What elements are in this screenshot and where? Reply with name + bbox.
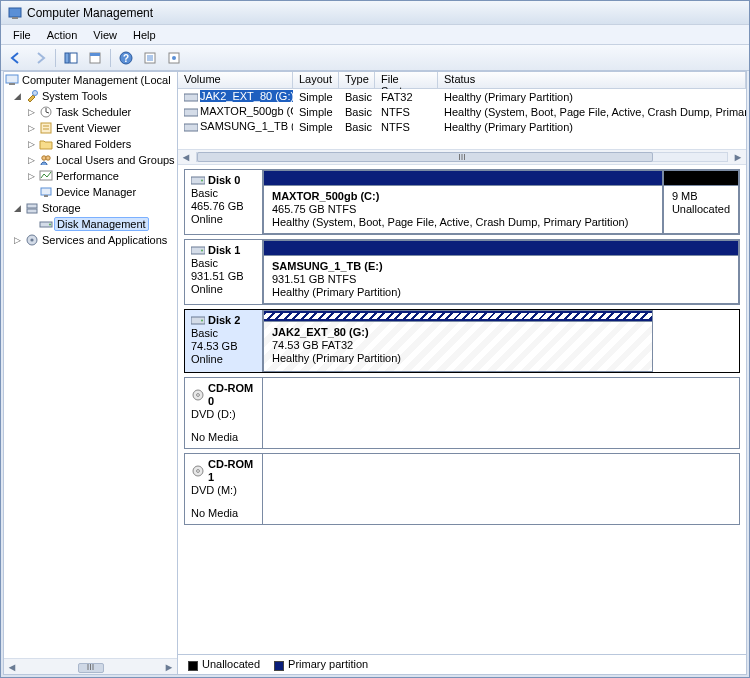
volume-row[interactable]: JAK2_EXT_80 (G:) Simple Basic FAT32 Heal… [178,89,746,104]
help-button[interactable]: ? [115,47,137,69]
tree-label: Disk Management [54,217,149,231]
forward-button[interactable] [29,47,51,69]
cdrom-empty [263,454,739,524]
svg-rect-5 [90,53,100,56]
volume-row[interactable]: MAXTOR_500gb (C:) Simple Basic NTFS Heal… [178,104,746,119]
disk-row[interactable]: Disk 0 Basic 465.76 GB Online MAXTOR_500… [184,169,740,235]
stripe-primary-selected [264,311,652,321]
scroll-track[interactable]: III [196,152,728,162]
tree-shared-folders[interactable]: ▷ Shared Folders [4,136,177,152]
cdrom-info: CD-ROM 1 DVD (M:) No Media [185,454,263,524]
collapse-icon[interactable]: ◢ [10,91,24,101]
performance-icon [38,168,54,184]
partition[interactable]: MAXTOR_500gb (C:) 465.75 GB NTFS Healthy… [263,170,663,234]
menu-view[interactable]: View [85,27,125,43]
disk-info: Disk 0 Basic 465.76 GB Online [185,170,263,234]
tree-label: Task Scheduler [56,106,131,118]
disk-row[interactable]: Disk 2 Basic 74.53 GB Online JAK2_EXT_80… [184,309,740,373]
disk-row[interactable]: Disk 1 Basic 931.51 GB Online SAMSUNG_1_… [184,239,740,305]
volume-status: Healthy (Primary Partition) [438,121,746,133]
partition[interactable]: SAMSUNG_1_TB (E:) 931.51 GB NTFS Healthy… [263,240,739,304]
svg-rect-3 [70,53,77,63]
menu-file[interactable]: File [5,27,39,43]
col-status[interactable]: Status [438,72,746,88]
show-hide-tree-button[interactable] [60,47,82,69]
toolbar-separator [55,49,56,67]
volume-status: Healthy (Primary Partition) [438,91,746,103]
tree-event-viewer[interactable]: ▷ Event Viewer [4,120,177,136]
partition-size: 465.75 GB NTFS [272,203,654,216]
disk-bus: Basic [191,187,258,200]
tree-disk-management[interactable]: Disk Management [4,216,177,232]
users-icon [38,152,54,168]
volume-row[interactable]: SAMSUNG_1_TB (E:) Simple Basic NTFS Heal… [178,119,746,134]
collapse-icon[interactable]: ◢ [10,203,24,213]
svg-text:?: ? [123,53,129,64]
partition-unallocated[interactable]: 9 MB Unallocated [663,170,739,234]
scroll-left-icon[interactable]: ◄ [178,151,194,163]
titlebar[interactable]: Computer Management [1,1,749,25]
expand-icon[interactable]: ▷ [24,123,38,133]
tree-services-apps[interactable]: ▷ Services and Applications [4,232,177,248]
tree-local-users[interactable]: ▷ Local Users and Groups [4,152,177,168]
expand-icon[interactable]: ▷ [10,235,24,245]
scroll-right-icon[interactable]: ► [730,151,746,163]
col-layout[interactable]: Layout [293,72,339,88]
cdrom-row[interactable]: CD-ROM 0 DVD (D:) No Media [184,377,740,449]
tree-label: Services and Applications [42,234,167,246]
svg-rect-34 [184,124,198,131]
stripe-primary [264,171,662,185]
tree-storage[interactable]: ◢ Storage [4,200,177,216]
svg-point-31 [30,238,33,241]
volume-layout: Simple [293,121,339,133]
menu-help[interactable]: Help [125,27,164,43]
menu-action[interactable]: Action [39,27,86,43]
disk-info: Disk 2 Basic 74.53 GB Online [185,310,263,372]
partition[interactable]: JAK2_EXT_80 (G:) 74.53 GB FAT32 Healthy … [263,310,653,372]
col-volume[interactable]: Volume [178,72,293,88]
tree-system-tools[interactable]: ◢ System Tools [4,88,177,104]
properties-button[interactable] [84,47,106,69]
cdrom-icon [191,389,205,401]
col-fs[interactable]: File System [375,72,438,88]
settings-button[interactable] [163,47,185,69]
svg-rect-32 [184,94,198,101]
svg-point-36 [201,180,203,182]
disk-graphical-view: Disk 0 Basic 465.76 GB Online MAXTOR_500… [178,165,746,654]
cdrom-title: CD-ROM 1 [208,458,258,484]
toolbar-separator-2 [110,49,111,67]
partition-size: 9 MB [672,190,730,203]
svg-point-22 [46,156,50,160]
expand-icon[interactable]: ▷ [24,139,38,149]
volume-scrollbar[interactable]: ◄ III ► [178,149,746,165]
tree-device-manager[interactable]: Device Manager [4,184,177,200]
scroll-thumb[interactable]: III [28,663,153,671]
expand-icon[interactable]: ▷ [24,107,38,117]
volume-list: JAK2_EXT_80 (G:) Simple Basic FAT32 Heal… [178,89,746,149]
svg-rect-18 [41,123,51,133]
cdrom-info: CD-ROM 0 DVD (D:) No Media [185,378,263,448]
tree-task-scheduler[interactable]: ▷ Task Scheduler [4,104,177,120]
scroll-left-icon[interactable]: ◄ [4,661,20,673]
cdrom-empty [263,378,739,448]
svg-point-13 [172,56,176,60]
services-icon [24,232,40,248]
disk-state: Online [191,283,258,296]
refresh-button[interactable] [139,47,161,69]
scroll-right-icon[interactable]: ► [161,661,177,673]
expand-icon[interactable]: ▷ [24,171,38,181]
disk-size: 74.53 GB [191,340,258,353]
volume-status: Healthy (System, Boot, Page File, Active… [438,106,746,118]
expand-icon[interactable]: ▷ [24,155,38,165]
col-type[interactable]: Type [339,72,375,88]
back-button[interactable] [5,47,27,69]
tree-root-label: Computer Management (Local [22,74,171,86]
partition-status: Healthy (Primary Partition) [272,286,730,299]
disk-title: Disk 0 [208,174,240,187]
cdrom-row[interactable]: CD-ROM 1 DVD (M:) No Media [184,453,740,525]
scroll-thumb[interactable] [197,152,653,162]
tree-performance[interactable]: ▷ Performance [4,168,177,184]
tree-label: Storage [42,202,81,214]
tree-scrollbar[interactable]: ◄ III ► [4,658,177,674]
tree-root[interactable]: Computer Management (Local [4,72,177,88]
